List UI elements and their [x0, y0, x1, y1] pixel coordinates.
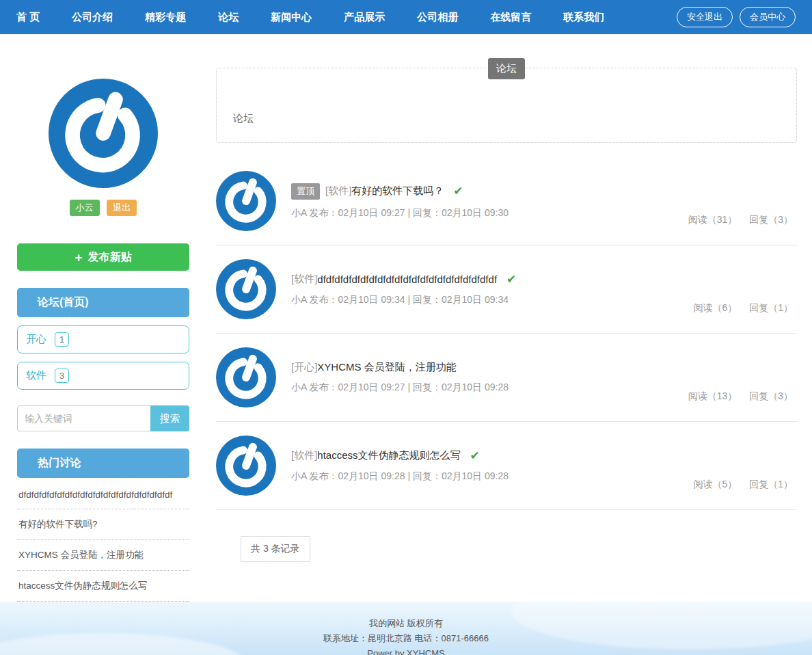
post-row: [开心] XYHCMS 会员登陆，注册功能 小A 发布：02月10日 09:27… — [216, 347, 797, 422]
main-column: 论坛 论坛 置顶 [软件] 有好的软件下载吗？ ✔ 小A 发布：02月10日 0… — [216, 34, 797, 602]
post-tag: [开心] — [291, 361, 317, 374]
member-center-button[interactable]: 会员中心 — [740, 7, 796, 27]
post-reads: 阅读（5） — [693, 479, 737, 491]
post-title-row: [软件] dfdfdfdfdfdfdfdfdfdfdfdfdfdfdfdfdfd… — [291, 272, 516, 286]
category-software[interactable]: 软件 3 — [17, 362, 189, 390]
nav-item-contact-us[interactable]: 联系我们 — [563, 11, 604, 24]
nav-right-buttons: 安全退出 会员中心 — [677, 7, 796, 27]
footer-contact: 联系地址：昆明北京路 电话：0871-66666 — [0, 631, 812, 646]
plus-icon: + — [75, 251, 82, 264]
nav-item-photo-album[interactable]: 公司相册 — [417, 11, 458, 24]
new-post-button[interactable]: + 发布新贴 — [17, 243, 189, 271]
footer-copyright: 我的网站 版权所有 — [0, 616, 812, 631]
hot-item[interactable]: XYHCMS 会员登陆，注册功能 — [17, 540, 189, 571]
post-title[interactable]: dfdfdfdfdfdfdfdfdfdfdfdfdfdfdfdfdfdfdfdf… — [317, 273, 497, 285]
post-avatar-icon[interactable] — [216, 171, 276, 231]
hot-discussions-list: dfdfdfdfdfdfdfdfdfdfdfdfdfdfdfdfdfdfdfdf… — [17, 481, 189, 602]
post-avatar-icon[interactable] — [216, 436, 276, 496]
post-body: [软件] htaccess文件伪静态规则怎么写 ✔ 小A 发布：02月10日 0… — [291, 449, 509, 483]
new-post-label: 发布新贴 — [88, 250, 132, 265]
post-row: [软件] dfdfdfdfdfdfdfdfdfdfdfdfdfdfdfdfdfd… — [216, 259, 797, 334]
post-body: 置顶 [软件] 有好的软件下载吗？ ✔ 小A 发布：02月10日 09:27 |… — [291, 183, 509, 219]
safe-logout-button[interactable]: 安全退出 — [677, 7, 733, 27]
category-label: 软件 — [26, 369, 46, 382]
post-row: [软件] htaccess文件伪静态规则怎么写 ✔ 小A 发布：02月10日 0… — [216, 436, 797, 510]
post-stats: 阅读（31） 回复（3） — [688, 214, 793, 226]
nav-item-forum[interactable]: 论坛 — [218, 11, 239, 24]
footer-powered-by: Power by XYHCMS — [0, 646, 812, 655]
post-meta: 小A 发布：02月10日 09:27 | 回复：02月10日 09:28 — [291, 382, 509, 394]
post-replies: 回复（3） — [749, 390, 793, 403]
post-meta: 小A 发布：02月10日 09:34 | 回复：02月10日 09:34 — [291, 294, 516, 306]
post-title-row: [软件] htaccess文件伪静态规则怎么写 ✔ — [291, 449, 509, 463]
nav-item-online-message[interactable]: 在线留言 — [490, 11, 531, 24]
post-title[interactable]: 有好的软件下载吗？ — [351, 185, 444, 198]
hot-discussions-header: 热门讨论 — [17, 449, 189, 478]
post-replies: 回复（1） — [749, 302, 793, 315]
top-nav-bar: 首 页 公司介绍 精彩专题 论坛 新闻中心 产品展示 公司相册 在线留言 联系我… — [0, 0, 812, 34]
category-count: 3 — [55, 369, 69, 383]
check-icon: ✔ — [470, 449, 480, 463]
post-tag: [软件] — [325, 185, 351, 198]
post-body: [软件] dfdfdfdfdfdfdfdfdfdfdfdfdfdfdfdfdfd… — [291, 272, 516, 306]
post-replies: 回复（3） — [749, 214, 793, 226]
page-content: 小云 退出 + 发布新贴 论坛(首页) 开心 1 软件 3 搜索 热门讨论 df… — [0, 34, 812, 602]
post-body: [开心] XYHCMS 会员登陆，注册功能 小A 发布：02月10日 09:27… — [291, 361, 509, 394]
username-badge[interactable]: 小云 — [70, 200, 100, 216]
search-bar: 搜索 — [17, 405, 189, 431]
total-records-box: 共 3 条记录 — [241, 536, 310, 562]
category-label: 开心 — [26, 333, 46, 346]
post-title[interactable]: htaccess文件伪静态规则怎么写 — [317, 449, 460, 462]
post-replies: 回复（1） — [749, 479, 793, 491]
post-tag: [软件] — [291, 273, 317, 286]
sidebar: 小云 退出 + 发布新贴 论坛(首页) 开心 1 软件 3 搜索 热门讨论 df… — [17, 34, 189, 602]
post-stats: 阅读（5） 回复（1） — [693, 479, 793, 491]
post-reads: 阅读（13） — [688, 390, 737, 403]
logout-badge[interactable]: 退出 — [107, 200, 137, 216]
nav-item-products[interactable]: 产品展示 — [344, 11, 385, 24]
check-icon: ✔ — [453, 184, 463, 198]
search-input[interactable] — [17, 405, 150, 431]
post-stats: 阅读（13） 回复（3） — [688, 390, 793, 403]
nav-item-news-center[interactable]: 新闻中心 — [271, 11, 312, 24]
nav-item-featured-topics[interactable]: 精彩专题 — [145, 11, 186, 24]
hot-item[interactable]: 有好的软件下载吗? — [17, 509, 189, 540]
power-logo-icon[interactable] — [49, 79, 158, 188]
post-list: 置顶 [软件] 有好的软件下载吗？ ✔ 小A 发布：02月10日 09:27 |… — [216, 171, 797, 510]
post-reads: 阅读（31） — [688, 214, 737, 226]
user-badges: 小云 退出 — [17, 200, 189, 216]
nav-item-home[interactable]: 首 页 — [16, 11, 40, 24]
category-count: 1 — [55, 332, 69, 347]
hot-item[interactable]: htaccess文件伪静态规则怎么写 — [17, 571, 189, 602]
post-title[interactable]: XYHCMS 会员登陆，注册功能 — [317, 361, 456, 374]
post-meta: 小A 发布：02月10日 09:27 | 回复：02月10日 09:30 — [291, 207, 509, 219]
category-happy[interactable]: 开心 1 — [17, 325, 189, 353]
user-avatar-wrap — [17, 79, 189, 191]
nav-item-company-intro[interactable]: 公司介绍 — [72, 11, 113, 24]
post-meta: 小A 发布：02月10日 09:28 | 回复：02月10日 09:28 — [291, 470, 509, 483]
forum-home-header[interactable]: 论坛(首页) — [17, 288, 189, 317]
pinned-badge: 置顶 — [291, 183, 320, 200]
hot-item[interactable]: dfdfdfdfdfdfdfdfdfdfdfdfdfdfdfdfdfdfdfdf — [17, 481, 189, 509]
post-reads: 阅读（6） — [693, 302, 737, 315]
post-tag: [软件] — [291, 449, 317, 462]
post-title-row: 置顶 [软件] 有好的软件下载吗？ ✔ — [291, 183, 509, 200]
post-title-row: [开心] XYHCMS 会员登陆，注册功能 — [291, 361, 509, 374]
check-icon: ✔ — [506, 272, 516, 286]
page-footer: 我的网站 版权所有 联系地址：昆明北京路 电话：0871-66666 Power… — [0, 602, 812, 655]
forum-panel-badge: 论坛 — [488, 58, 525, 79]
forum-panel: 论坛 论坛 — [216, 68, 797, 143]
post-stats: 阅读（6） 回复（1） — [693, 302, 793, 315]
post-avatar-icon[interactable] — [216, 347, 276, 407]
search-button[interactable]: 搜索 — [150, 405, 189, 431]
forum-panel-title[interactable]: 论坛 — [233, 112, 254, 125]
post-avatar-icon[interactable] — [216, 259, 276, 319]
post-row: 置顶 [软件] 有好的软件下载吗？ ✔ 小A 发布：02月10日 09:27 |… — [216, 171, 797, 245]
